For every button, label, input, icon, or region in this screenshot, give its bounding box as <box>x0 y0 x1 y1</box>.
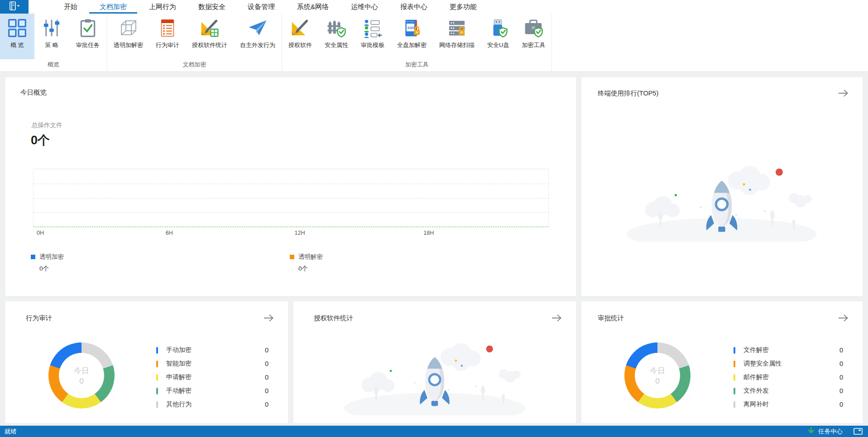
legend-value: 0 <box>839 360 843 367</box>
tab-system-network[interactable]: 系统&网络 <box>287 0 339 14</box>
ribbon-toolbar: 概 览策 略审批任务概览透明加解密行为审计授权软件统计自主外发行为文档加密授权软… <box>0 14 868 72</box>
donut-center-label: 今日 <box>650 366 665 376</box>
ribbon-group-items: 透明加解密行为审计授权软件统计自主外发行为 <box>107 14 282 59</box>
ribbon-item-overview[interactable]: 概 览 <box>0 14 34 59</box>
ribbon-item-policy[interactable]: 策 略 <box>34 14 69 59</box>
app-menu-icon <box>8 1 21 13</box>
legend-value: 0 <box>265 360 269 367</box>
arrow-right-icon[interactable] <box>263 313 274 323</box>
legend-label: 其他行为 <box>166 400 192 408</box>
approval-template-icon <box>363 18 383 38</box>
tab-report-center[interactable]: 报表中心 <box>390 0 438 14</box>
legend-label: 邮件解密 <box>743 373 769 381</box>
ribbon-item-self-outgoing[interactable]: 自主外发行为 <box>234 14 282 59</box>
legend-color-bar <box>734 401 735 408</box>
approval-task-icon <box>78 18 98 38</box>
tab-start[interactable]: 开始 <box>53 0 88 14</box>
legend-value: 0 <box>265 401 269 408</box>
ribbon-item-label: 策 略 <box>45 41 58 49</box>
app-menu-button[interactable] <box>0 0 29 14</box>
software-stats-card: 授权软件统计 <box>293 301 576 423</box>
ribbon-item-transparent-crypt[interactable]: 透明加解密 <box>107 14 149 59</box>
legend-color-bar <box>734 374 735 381</box>
ribbon-item-label: 行为审计 <box>156 41 179 49</box>
ribbon-item-behavior-audit[interactable]: 行为审计 <box>149 14 186 59</box>
ribbon-item-label: 加密工具 <box>522 41 545 49</box>
ribbon-item-authorized-software-stats[interactable]: 授权软件统计 <box>186 14 234 59</box>
legend-value: 0 <box>839 401 843 408</box>
legend-label: 透明加密 <box>39 253 64 261</box>
legend-value: 0个 <box>298 265 323 273</box>
legend-value: 0 <box>839 387 843 394</box>
card-title: 今日概览 <box>20 88 47 97</box>
policy-sliders-icon <box>42 18 62 38</box>
tab-doc-encryption[interactable]: 文档加密 <box>89 0 137 14</box>
x-tick: 6H <box>166 230 173 236</box>
ribbon-group-label: 概览 <box>0 59 107 71</box>
legend-item: 手动解密0 <box>156 386 269 396</box>
arrow-right-icon[interactable] <box>837 88 849 98</box>
ribbon-item-approval-task[interactable]: 审批任务 <box>69 14 107 59</box>
tab-internet-behavior[interactable]: 上网行为 <box>139 0 187 14</box>
ribbon-item-security-attribute[interactable]: 安全属性 <box>318 14 355 59</box>
security-attribute-fence-icon <box>326 18 346 38</box>
behavior-audit-legend: 手动加密0智能加密0申请解密0手动解密0其他行为0 <box>156 345 269 409</box>
tab-data-security[interactable]: 数据安全 <box>188 0 236 14</box>
ribbon-item-crypt-tools[interactable]: 加密工具 <box>515 14 551 59</box>
series-legend-row: 透明加密 <box>31 253 64 261</box>
legend-item: 调整安全属性0 <box>734 359 843 369</box>
ribbon-item-secure-usb[interactable]: 安全U盘 <box>481 14 515 59</box>
full-disk-crypt-icon: SSD <box>402 18 422 38</box>
legend-label: 文件解密 <box>743 346 769 354</box>
ribbon-group-items: 概 览策 略审批任务 <box>0 14 107 59</box>
ribbon-item-authorized-software[interactable]: 授权软件 <box>282 14 318 59</box>
chart-x-axis: 0H6H12H18H <box>33 230 549 237</box>
ribbon-item-network-storage-scan[interactable]: 网络存储扫描 <box>433 14 481 59</box>
legend-color-swatch <box>290 255 294 259</box>
card-title: 终端使用排行(TOP5) <box>598 89 658 98</box>
status-text: 就绪 <box>5 428 17 436</box>
legend-color-bar <box>156 361 158 367</box>
ribbon-group-label: 文档加密 <box>107 59 282 71</box>
ribbon-item-label: 授权软件统计 <box>192 41 227 49</box>
tab-more-features[interactable]: 更多功能 <box>439 0 487 14</box>
approval-stats-card: 审批统计 今日 0 文件解密0调整安全属性0邮件解密0文件外发0离网补时0 <box>581 301 863 423</box>
ribbon-item-label: 审批模板 <box>361 41 384 49</box>
legend-label: 手动加密 <box>166 346 192 354</box>
legend-color-bar <box>156 401 158 408</box>
ribbon-item-label: 透明加解密 <box>114 41 143 49</box>
total-files-label: 总操作文件 <box>32 121 62 129</box>
legend-color-bar <box>156 388 158 394</box>
arrow-right-icon[interactable] <box>837 313 849 323</box>
secure-usb-icon <box>488 18 508 38</box>
donut-center-value: 0 <box>655 377 659 386</box>
tab-device-mgmt[interactable]: 设备管理 <box>237 0 285 14</box>
legend-label: 申请解密 <box>166 373 192 381</box>
series-legend-item: 透明加密0个 <box>31 253 64 273</box>
ribbon-item-label: 自主外发行为 <box>240 41 275 49</box>
ribbon-item-approval-template[interactable]: 审批模板 <box>355 14 391 59</box>
monitor-icon[interactable] <box>854 428 863 435</box>
ribbon-item-label: 概 览 <box>10 41 24 49</box>
legend-item: 申请解密0 <box>156 372 269 382</box>
legend-color-bar <box>734 361 735 367</box>
series-legend-row: 透明解密 <box>290 253 323 261</box>
legend-item: 文件解密0 <box>734 345 843 355</box>
legend-color-bar <box>156 347 158 354</box>
legend-label: 透明解密 <box>298 253 323 261</box>
legend-color-bar <box>734 388 735 394</box>
card-title: 授权软件统计 <box>314 314 353 323</box>
legend-value: 0 <box>265 374 269 381</box>
legend-item: 智能加密0 <box>156 359 269 369</box>
legend-item: 文件外发0 <box>734 386 843 396</box>
overview-icon <box>7 18 27 38</box>
tab-ops-center[interactable]: 运维中心 <box>340 0 388 14</box>
task-center-button[interactable]: 任务中心 <box>818 428 843 436</box>
legend-value: 0个 <box>39 265 64 273</box>
today-overview-card: 今日概览 总操作文件 0个 0H6H12H18H 透明加密0个透明解密0个 <box>5 77 576 296</box>
ribbon-item-full-disk-crypt[interactable]: SSD全盘加解密 <box>391 14 433 59</box>
approval-stats-donut-chart: 今日 0 <box>624 342 691 408</box>
arrow-right-icon[interactable] <box>551 313 562 323</box>
donut-center: 今日 0 <box>635 353 680 398</box>
legend-label: 离网补时 <box>743 400 769 408</box>
